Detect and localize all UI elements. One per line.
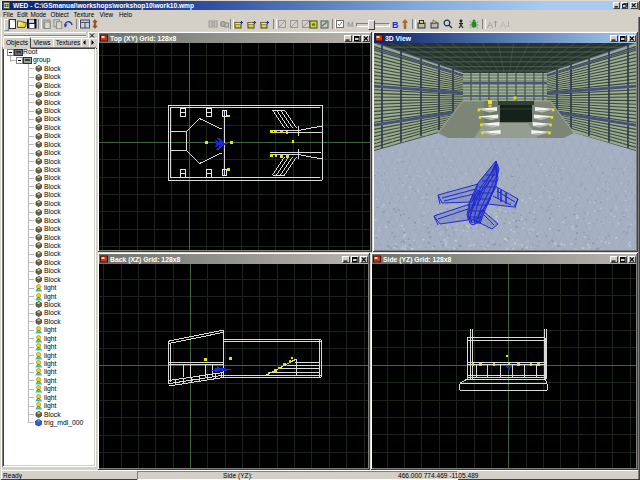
svg-text:A: A bbox=[487, 20, 493, 30]
svg-text:M: M bbox=[347, 20, 354, 29]
svg-text:A: A bbox=[500, 20, 506, 30]
svg-text:B: B bbox=[392, 20, 399, 30]
